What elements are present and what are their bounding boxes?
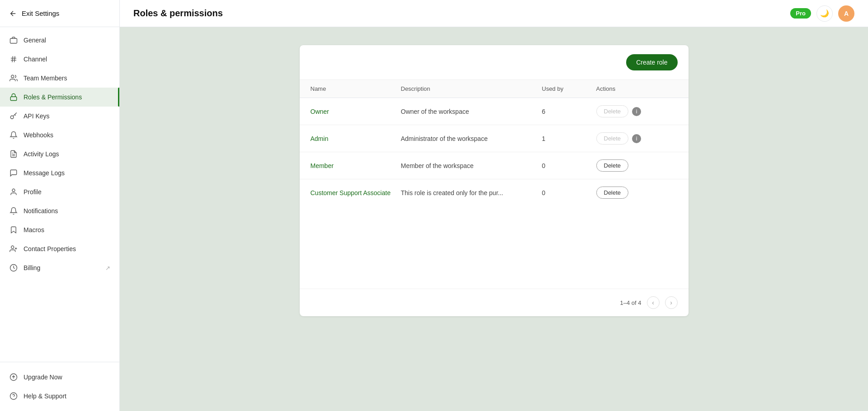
sidebar-item-contact-properties[interactable]: Contact Properties	[0, 239, 119, 258]
macros-icon	[9, 225, 18, 234]
sidebar-item-roles-permissions[interactable]: Roles & Permissions	[0, 88, 119, 107]
sidebar-item-label-macros: Macros	[24, 226, 44, 234]
webhook-icon	[9, 131, 18, 140]
sidebar-item-label-activity-logs: Activity Logs	[24, 150, 59, 158]
role-name-admin[interactable]: Admin	[311, 135, 401, 142]
message-logs-icon	[9, 168, 18, 177]
card-spacer	[300, 248, 689, 289]
role-desc-csa: This role is created only for the pur...	[401, 189, 542, 196]
sidebar-item-webhooks[interactable]: Webhooks	[0, 126, 119, 145]
card-footer: 1–4 of 4 ‹ ›	[300, 289, 689, 316]
column-actions: Actions	[596, 85, 678, 92]
used-by-owner: 6	[542, 108, 596, 115]
sidebar-item-billing[interactable]: Billing ↗	[0, 258, 119, 277]
header-actions: Pro 🌙 A	[790, 5, 854, 22]
create-role-button[interactable]: Create role	[626, 54, 677, 70]
svg-point-10	[12, 189, 15, 191]
delete-button-admin[interactable]: Delete	[596, 132, 629, 145]
page-title: Roles & permissions	[133, 8, 223, 19]
dark-mode-button[interactable]: 🌙	[816, 5, 833, 22]
role-name-owner[interactable]: Owner	[311, 108, 401, 115]
svg-point-7	[10, 116, 14, 119]
sidebar-item-label-help-support: Help & Support	[24, 392, 66, 400]
help-icon	[9, 392, 18, 401]
sidebar-item-label-team-members: Team Members	[24, 75, 67, 82]
actions-member: Delete	[596, 159, 678, 172]
sidebar-item-general[interactable]: General	[0, 31, 119, 50]
avatar[interactable]: A	[838, 5, 854, 22]
sidebar-item-label-notifications: Notifications	[24, 207, 58, 215]
main-header: Roles & permissions Pro 🌙 A	[120, 0, 868, 27]
pagination-info: 1–4 of 4	[620, 299, 642, 306]
sidebar-item-channel[interactable]: Channel	[0, 50, 119, 69]
upgrade-icon	[9, 373, 18, 382]
sidebar-item-label-message-logs: Message Logs	[24, 169, 65, 177]
sidebar-item-message-logs[interactable]: Message Logs	[0, 163, 119, 182]
pagination-next-button[interactable]: ›	[665, 296, 678, 309]
sidebar-item-upgrade-now[interactable]: Upgrade Now	[0, 368, 119, 387]
used-by-member: 0	[542, 162, 596, 169]
sidebar-item-help-support[interactable]: Help & Support	[0, 387, 119, 406]
hash-icon	[9, 55, 18, 64]
info-icon-owner[interactable]: i	[632, 107, 641, 116]
sidebar-nav: General Channel Team Members	[0, 27, 119, 362]
info-icon-admin[interactable]: i	[632, 134, 641, 143]
profile-icon	[9, 187, 18, 196]
notifications-icon	[9, 206, 18, 215]
table-row: Customer Support Associate This role is …	[300, 179, 689, 206]
sidebar-item-team-members[interactable]: Team Members	[0, 69, 119, 88]
sidebar-item-activity-logs[interactable]: Activity Logs	[0, 145, 119, 163]
delete-button-member[interactable]: Delete	[596, 159, 629, 172]
sidebar-item-label-roles-permissions: Roles & Permissions	[24, 93, 82, 101]
pagination-prev-button[interactable]: ‹	[647, 296, 660, 309]
actions-admin: Delete i	[596, 132, 678, 145]
role-desc-admin: Administrator of the workspace	[401, 135, 542, 142]
sidebar-item-label-channel: Channel	[24, 56, 47, 63]
actions-csa: Delete	[596, 187, 678, 199]
svg-point-5	[11, 75, 14, 78]
sidebar-item-label-upgrade-now: Upgrade Now	[24, 374, 62, 381]
roles-table: Name Description Used by Actions Owner O…	[300, 80, 689, 248]
role-name-member[interactable]: Member	[311, 162, 401, 169]
sidebar-footer: Upgrade Now Help & Support	[0, 362, 119, 411]
table-row: Member Member of the workspace 0 Delete	[300, 152, 689, 179]
content-area: Create role Name Description Used by Act…	[120, 27, 868, 411]
column-name: Name	[311, 85, 401, 92]
sidebar-item-label-billing: Billing	[24, 264, 40, 271]
contact-properties-icon	[9, 244, 18, 253]
sidebar-item-label-webhooks: Webhooks	[24, 131, 53, 139]
main-content: Roles & permissions Pro 🌙 A Create role …	[120, 0, 868, 411]
role-name-csa[interactable]: Customer Support Associate	[311, 189, 401, 196]
users-icon	[9, 74, 18, 83]
api-keys-icon	[9, 112, 18, 121]
roles-card: Create role Name Description Used by Act…	[300, 45, 689, 316]
column-description: Description	[401, 85, 542, 92]
card-header: Create role	[300, 45, 689, 80]
sidebar-item-profile[interactable]: Profile	[0, 182, 119, 201]
billing-icon	[9, 263, 18, 272]
svg-rect-0	[10, 38, 17, 43]
table-row: Admin Administrator of the workspace 1 D…	[300, 125, 689, 152]
delete-button-owner[interactable]: Delete	[596, 105, 629, 117]
svg-point-17	[10, 393, 17, 400]
table-header: Name Description Used by Actions	[300, 80, 689, 98]
external-link-icon: ↗	[105, 265, 110, 271]
svg-line-4	[14, 56, 15, 62]
sidebar-item-macros[interactable]: Macros	[0, 220, 119, 239]
svg-point-11	[11, 246, 14, 248]
delete-button-csa[interactable]: Delete	[596, 187, 629, 199]
pro-badge: Pro	[790, 8, 811, 19]
lock-icon	[9, 93, 18, 102]
svg-rect-6	[10, 97, 17, 100]
sidebar-item-api-keys[interactable]: API Keys	[0, 107, 119, 126]
sidebar-item-label-general: General	[24, 37, 46, 44]
sidebar-item-notifications[interactable]: Notifications	[0, 201, 119, 220]
exit-settings-label: Exit Settings	[22, 9, 59, 17]
sidebar-item-label-contact-properties: Contact Properties	[24, 245, 76, 252]
sidebar-item-label-profile: Profile	[24, 188, 42, 196]
svg-line-3	[12, 56, 13, 62]
role-desc-owner: Owner of the workspace	[401, 108, 542, 115]
role-desc-member: Member of the workspace	[401, 162, 542, 169]
back-button[interactable]	[9, 9, 17, 18]
sidebar-item-label-api-keys: API Keys	[24, 112, 50, 120]
